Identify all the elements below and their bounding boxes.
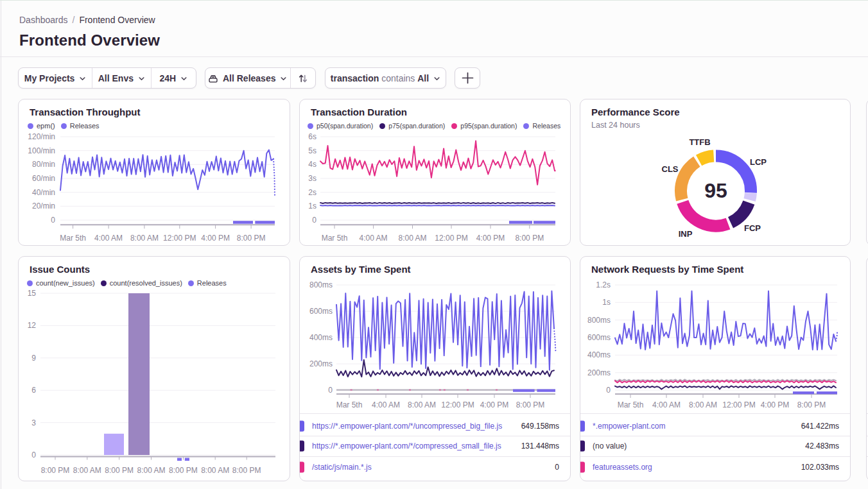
svg-text:3: 3: [31, 418, 36, 427]
svg-text:6s: 6s: [308, 132, 317, 141]
svg-text:0: 0: [328, 386, 333, 395]
svg-text:12:00 PM: 12:00 PM: [435, 234, 467, 243]
svg-text:6: 6: [31, 386, 36, 395]
svg-text:800ms: 800ms: [587, 316, 611, 325]
svg-text:200ms: 200ms: [309, 359, 333, 368]
svg-text:8:00 PM: 8:00 PM: [105, 466, 134, 475]
svg-text:9: 9: [31, 354, 36, 363]
svg-text:12:00 PM: 12:00 PM: [441, 400, 474, 409]
svg-text:0: 0: [31, 450, 36, 459]
svg-text:8:00 PM: 8:00 PM: [232, 466, 261, 475]
svg-text:8:00 PM: 8:00 PM: [515, 234, 544, 243]
svg-text:4:00 AM: 4:00 AM: [652, 400, 681, 409]
svg-text:600ms: 600ms: [587, 333, 611, 342]
svg-text:4:00 AM: 4:00 AM: [360, 234, 388, 243]
svg-text:8:00 AM: 8:00 AM: [689, 400, 717, 409]
svg-text:8:00 PM: 8:00 PM: [41, 466, 70, 475]
svg-text:100/min: 100/min: [28, 146, 55, 155]
svg-text:400ms: 400ms: [309, 333, 333, 342]
svg-text:8:00 AM: 8:00 AM: [73, 466, 101, 475]
svg-text:1.2s: 1.2s: [596, 280, 611, 289]
svg-text:8:00 AM: 8:00 AM: [130, 234, 159, 243]
svg-text:8:00 AM: 8:00 AM: [408, 400, 436, 409]
svg-text:4:00 AM: 4:00 AM: [94, 234, 123, 243]
svg-text:4:00 PM: 4:00 PM: [480, 400, 509, 409]
svg-text:800ms: 800ms: [309, 280, 333, 289]
svg-text:Mar 5th: Mar 5th: [322, 234, 348, 243]
svg-text:400ms: 400ms: [587, 350, 611, 359]
svg-text:0: 0: [312, 216, 317, 225]
svg-text:600ms: 600ms: [309, 307, 333, 316]
svg-text:15: 15: [28, 289, 37, 298]
svg-text:Mar 5th: Mar 5th: [60, 234, 86, 243]
svg-text:Mar 5th: Mar 5th: [618, 400, 644, 409]
svg-text:4:00 AM: 4:00 AM: [372, 400, 400, 409]
svg-text:4:00 PM: 4:00 PM: [476, 234, 505, 243]
svg-text:4:00 PM: 4:00 PM: [761, 400, 790, 409]
svg-text:8:00 AM: 8:00 AM: [201, 466, 229, 475]
svg-text:12:00 PM: 12:00 PM: [163, 234, 196, 243]
svg-text:120/min: 120/min: [28, 132, 55, 141]
svg-text:1s: 1s: [308, 202, 317, 210]
svg-text:1s: 1s: [602, 298, 611, 307]
svg-text:8:00 PM: 8:00 PM: [797, 400, 826, 409]
svg-text:0: 0: [606, 386, 611, 395]
svg-text:200ms: 200ms: [587, 368, 611, 377]
svg-text:12: 12: [28, 321, 37, 330]
svg-text:2s: 2s: [308, 188, 317, 197]
svg-text:20/min: 20/min: [32, 202, 55, 210]
svg-text:8:00 AM: 8:00 AM: [398, 234, 426, 243]
svg-text:5s: 5s: [308, 146, 317, 155]
svg-text:80/min: 80/min: [32, 160, 55, 169]
svg-text:60/min: 60/min: [32, 174, 55, 183]
svg-text:0: 0: [51, 216, 55, 225]
svg-text:8:00 PM: 8:00 PM: [237, 234, 266, 243]
svg-text:Mar 5th: Mar 5th: [336, 400, 363, 409]
svg-text:12:00 PM: 12:00 PM: [722, 400, 755, 409]
svg-text:40/min: 40/min: [32, 188, 55, 197]
svg-text:8:00 AM: 8:00 AM: [137, 466, 165, 475]
svg-text:3s: 3s: [308, 174, 317, 183]
svg-text:4s: 4s: [308, 160, 317, 169]
svg-text:8:00 PM: 8:00 PM: [169, 466, 198, 475]
svg-text:4:00 PM: 4:00 PM: [201, 234, 230, 243]
svg-text:8:00 PM: 8:00 PM: [516, 400, 545, 409]
